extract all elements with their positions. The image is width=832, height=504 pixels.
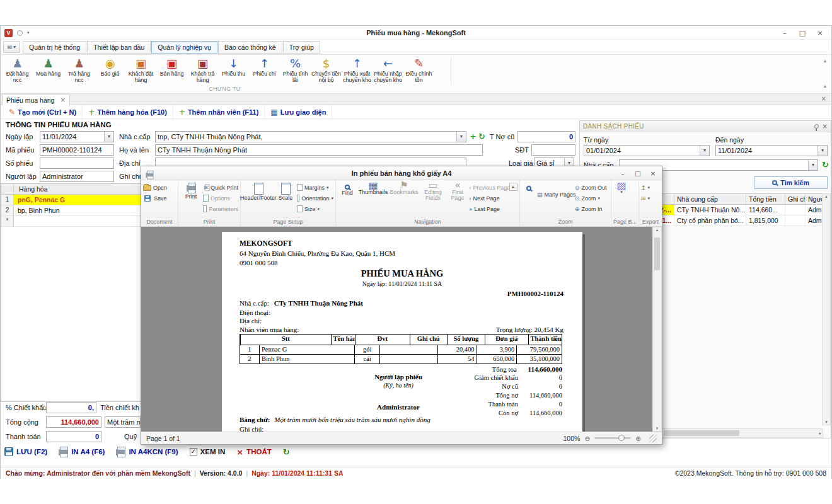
- document-tab[interactable]: Phiếu mua hàng ×: [2, 94, 70, 105]
- ribbon-button[interactable]: ↓ Phiếu thu: [218, 55, 249, 83]
- voucher-note-cell[interactable]: [785, 205, 806, 215]
- refresh-icon[interactable]: ↻: [283, 447, 290, 457]
- thumbnails-button[interactable]: ▦Thumbnails: [358, 181, 388, 195]
- parameters-button[interactable]: Parameters: [203, 203, 238, 214]
- margins-button[interactable]: Margins▾: [297, 182, 333, 193]
- scroll-down-icon[interactable]: ▾: [656, 426, 659, 431]
- panel-vertical-scrollbar[interactable]: ▴ ▾: [822, 193, 831, 425]
- panel-refresh-icon[interactable]: ↻: [822, 159, 829, 171]
- panel-close-icon[interactable]: ×: [823, 123, 828, 130]
- save-button[interactable]: LƯU (F2): [4, 447, 47, 456]
- to-date-combo[interactable]: 11/01/2024: [715, 145, 828, 156]
- send-email-button[interactable]: ✉▾: [641, 193, 660, 203]
- ribbon-button[interactable]: ▣ Bán hàng: [156, 55, 187, 83]
- ribbon-collapse-icon[interactable]: ▴: [824, 84, 826, 89]
- zoom-slider[interactable]: [594, 437, 631, 439]
- note-column-header[interactable]: Ghi chú: [785, 194, 806, 204]
- ribbon-button[interactable]: ▣ Khách trả hàng: [187, 55, 218, 83]
- resize-grip[interactable]: [649, 435, 657, 442]
- ribbon-button[interactable]: % Phiếu tính lãi: [280, 55, 311, 83]
- from-date-combo[interactable]: 01/01/2024: [584, 145, 710, 156]
- options-button[interactable]: Options: [203, 193, 238, 203]
- search-button[interactable]: Tìm kiếm: [754, 176, 828, 189]
- refresh-supplier-icon[interactable]: ↻: [478, 131, 485, 142]
- voucher-total-cell[interactable]: 1,815,000: [746, 215, 785, 226]
- tabstrip-close-icon[interactable]: ×: [821, 95, 826, 102]
- toolbar-overflow-button[interactable]: ▸: [509, 183, 517, 191]
- scrollbar-thumb[interactable]: [654, 238, 660, 270]
- zoom-slider-thumb[interactable]: [618, 435, 625, 441]
- amount-in-words-field[interactable]: Một trăm m: [105, 416, 141, 428]
- so-phieu-field[interactable]: [40, 158, 114, 169]
- user-column-header[interactable]: Người: [806, 194, 823, 204]
- document-tab-close-icon[interactable]: ×: [61, 96, 66, 103]
- previous-page-button[interactable]: ‹Previous Page: [469, 182, 508, 193]
- supplier-column-header[interactable]: Nhà cung cấp: [674, 194, 746, 204]
- close-button[interactable]: ×: [811, 26, 829, 40]
- last-page-button[interactable]: »Last Page: [469, 203, 508, 214]
- save-button[interactable]: Save: [143, 193, 176, 203]
- preview-checkbox[interactable]: ✓ XEM IN: [190, 448, 226, 455]
- action-button[interactable]: ▦ Lưu giao diện: [265, 105, 332, 118]
- nha-ccap-combo[interactable]: tnp, CTy TNHH Thuận Nông Phát,: [155, 131, 466, 142]
- quick-print-button[interactable]: Quick Print: [203, 182, 238, 193]
- export-file-button[interactable]: ↥▾: [641, 182, 660, 193]
- find-button[interactable]: Find: [338, 181, 357, 197]
- scroll-up-icon[interactable]: ▴: [656, 227, 659, 232]
- ribbon-button[interactable]: ↑ Phiếu chi: [249, 55, 280, 83]
- pin-icon[interactable]: [814, 124, 819, 129]
- size-button[interactable]: Size▾: [297, 203, 333, 214]
- minimize-button[interactable]: –: [776, 26, 794, 40]
- menu-tab[interactable]: Quản lý nghiệp vụ: [151, 41, 217, 54]
- exit-button[interactable]: × THOÁT: [236, 447, 272, 457]
- print-a4-button[interactable]: IN A4 (F6): [59, 447, 105, 457]
- voucher-user-cell[interactable]: Admin: [806, 215, 823, 226]
- action-button[interactable]: ✎ Tạo mới (Ctrl + N): [3, 105, 83, 118]
- dialog-maximize-button[interactable]: □: [630, 166, 645, 180]
- print-button[interactable]: Print: [180, 181, 202, 200]
- ribbon-button[interactable]: ◉ Báo giá: [95, 55, 125, 83]
- scroll-down-icon[interactable]: ▾: [825, 420, 828, 425]
- header-footer-button[interactable]: Header/Footer: [243, 181, 274, 202]
- ribbon-button[interactable]: ✎ Điều chỉnh tồn: [403, 55, 434, 83]
- discount-percent-field[interactable]: 0,: [46, 402, 96, 413]
- ribbon-button[interactable]: ♟ Trả hàng ncc: [64, 55, 95, 83]
- application-menu-button[interactable]: ▤▾: [3, 41, 20, 53]
- ma-phieu-field[interactable]: PMH00002-110124: [40, 144, 114, 156]
- t-no-cu-field[interactable]: 0: [517, 131, 575, 142]
- menu-tab[interactable]: Báo cáo thống kê: [218, 41, 282, 54]
- editing-fields-button[interactable]: ▭Editing Fields: [420, 181, 446, 202]
- ribbon-button[interactable]: ♟ Mua hàng: [33, 55, 64, 83]
- ribbon-button[interactable]: ↑ Phiếu xuất chuyển kho: [342, 55, 373, 83]
- voucher-supplier-cell[interactable]: Cty cổ phần phân bó...: [674, 215, 746, 226]
- maximize-button[interactable]: □: [794, 26, 811, 40]
- many-pages-button[interactable]: ▤Many Pages: [537, 189, 574, 200]
- menu-tab[interactable]: Trợ giúp: [283, 41, 320, 54]
- first-page-button[interactable]: «First Page: [448, 181, 468, 202]
- grand-total-field[interactable]: 114,660,000: [46, 416, 101, 428]
- bookmarks-button[interactable]: ⚑Bookmarks: [390, 181, 419, 195]
- print-a4kcn-button[interactable]: IN A4KCN (F9): [116, 447, 178, 457]
- menu-tab[interactable]: Quản trị hệ thống: [23, 41, 86, 54]
- ribbon-button[interactable]: ← Phiếu nhập chuyển kho: [373, 55, 403, 83]
- app-logo-icon[interactable]: V: [4, 29, 13, 37]
- quick-access-dropdown-icon[interactable]: ▾: [27, 30, 30, 35]
- nguoi-lap-field[interactable]: Administrator: [40, 171, 114, 182]
- scale-button[interactable]: Scale: [275, 181, 296, 202]
- zoom-dropdown-button[interactable]: ⊙Zoom▾: [575, 193, 609, 203]
- voucher-supplier-cell[interactable]: CTy TNHH Thuận Nô...: [674, 205, 746, 215]
- ribbon-button[interactable]: ▣ Khách đặt hàng: [125, 55, 156, 83]
- menu-tab[interactable]: Thiết lập ban đầu: [87, 41, 151, 54]
- zoom-in-button[interactable]: ⊕Zoom In: [575, 203, 609, 214]
- document-page[interactable]: MEKONGSOFT 64 Nguyễn Đình Chiểu, Phường …: [222, 232, 582, 432]
- open-button[interactable]: Open: [143, 182, 176, 193]
- action-button[interactable]: + Thêm hàng hóa (F10): [83, 105, 173, 118]
- zoom-out-button[interactable]: ⊖Zoom Out: [575, 182, 609, 193]
- scrollbar-thumb[interactable]: [664, 430, 739, 436]
- page-background-button[interactable]: ▨▾: [613, 181, 630, 195]
- zoom-tool-button[interactable]: [522, 181, 536, 191]
- zoom-out-icon[interactable]: ⊖: [584, 435, 590, 442]
- voucher-total-cell[interactable]: 114,660...: [746, 205, 785, 215]
- ribbon-scroll-up-icon[interactable]: ▴: [824, 59, 826, 64]
- dialog-close-button[interactable]: ×: [645, 166, 661, 180]
